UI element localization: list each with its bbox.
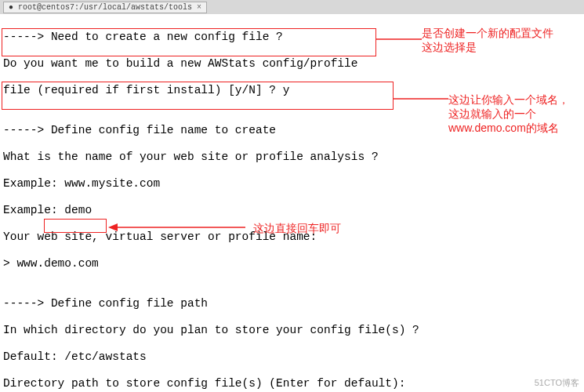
annotation-1: 是否创建一个新的配置文件 这边选择是 [422,26,553,54]
term-line: Example: www.mysite.com [3,177,581,191]
term-line: In which directory do you plan to store … [3,324,581,337]
annotation-2: 这边让你输入一个域名， 这边就输入的一个 www.demo.com的域名 [448,93,569,135]
term-line: -----> Define config file path [3,297,581,310]
terminal-tab[interactable]: ● root@centos7:/usr/local/awstats/tools … [3,2,207,13]
term-line: > www.demo.com [3,257,581,270]
tab-bullet-icon: ● [9,3,13,12]
term-line: Do you want me to build a new AWStats co… [3,57,581,71]
term-line: Example: demo [3,204,581,217]
annotation-3: 这边直接回车即可 [253,221,341,235]
term-line: What is the name of your web site or pro… [3,151,581,164]
watermark: 51CTO博客 [535,377,579,389]
tab-title: root@centos7:/usr/local/awstats/tools [18,3,192,12]
terminal-output: -----> Need to create a new config file … [0,14,584,392]
term-line: Directory path to store config file(s) (… [3,377,581,390]
term-line: Default: /etc/awstats [3,350,581,364]
highlight-box-3 [44,219,107,233]
tab-bar: ● root@centos7:/usr/local/awstats/tools … [0,0,584,14]
close-icon[interactable]: × [197,3,201,12]
